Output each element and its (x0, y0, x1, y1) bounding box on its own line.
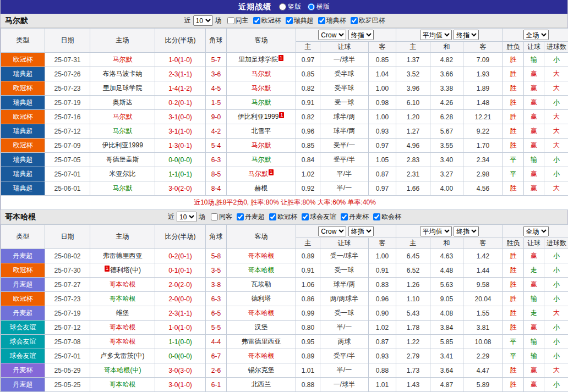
away-team-link[interactable]: 哥本哈根 (248, 252, 275, 260)
away-team-link[interactable]: 汉堡 (255, 323, 268, 331)
scope-select[interactable]: 全场 (523, 30, 549, 40)
euro-company-select[interactable]: 平均值 (420, 226, 452, 236)
home-team-link[interactable]: 卢多戈雷茨(中) (101, 352, 145, 360)
league-badge[interactable]: 欧冠杯 (1, 81, 45, 96)
away-team-link[interactable]: 北雪平 (252, 127, 271, 135)
home-team-link[interactable]: 伊比利亚1999 (102, 141, 143, 149)
home-team-link[interactable]: 奥斯达 (113, 98, 133, 106)
league-filter[interactable]: 瑞典杯 (315, 16, 346, 25)
league-badge[interactable]: 丹麦超 (1, 278, 45, 292)
horizontal-layout-radio[interactable] (308, 3, 315, 10)
league-badge[interactable]: 丹麦杯 (1, 363, 45, 378)
league-badge[interactable]: 丹麦超 (1, 306, 45, 321)
away-team-link[interactable]: 马尔默 (252, 141, 271, 149)
euro-time-select[interactable]: 终指 (454, 30, 479, 40)
away-team-link[interactable]: 里加足球学院 (238, 56, 278, 63)
away-team-link[interactable]: 哥本哈根 (248, 352, 275, 360)
same-venue-filter[interactable]: 同客 (207, 212, 232, 222)
asia-time-select[interactable]: 终指 (348, 30, 374, 40)
away-team-link[interactable]: 赫根 (255, 184, 268, 192)
league-badge[interactable]: 欧冠杯 (1, 263, 45, 278)
league-checkbox[interactable] (318, 17, 325, 24)
away-team-link[interactable]: 哥本哈根 (248, 266, 275, 274)
home-team-link[interactable]: 米亚尔比 (110, 170, 136, 178)
league-checkbox[interactable] (253, 17, 260, 24)
sub-euro-home: 主 (396, 42, 430, 53)
same-venue-checkbox[interactable] (227, 17, 234, 24)
vertical-layout-radio[interactable] (279, 3, 286, 10)
league-checkbox[interactable] (237, 213, 244, 220)
league-checkbox[interactable] (269, 213, 276, 220)
league-checkbox[interactable] (373, 213, 380, 220)
away-team-link[interactable]: 伊比利亚1999 (238, 113, 279, 120)
same-venue-checkbox[interactable] (211, 213, 218, 220)
away-team-link[interactable]: 锡尔克堡 (248, 366, 275, 374)
league-checkbox[interactable] (341, 213, 348, 220)
away-team-link[interactable]: 马尔默 (252, 84, 271, 92)
league-filter[interactable]: 丹麦超 (233, 212, 265, 222)
euro-time-select[interactable]: 终指 (454, 226, 479, 236)
home-team-link[interactable]: 哥德堡盖斯 (106, 156, 139, 163)
league-badge[interactable]: 瑞典超 (1, 67, 45, 81)
recent-count-select[interactable]: 10 (177, 212, 196, 222)
league-badge[interactable]: 球会友谊 (1, 349, 45, 363)
league-filter[interactable]: 欧罗巴杯 (347, 16, 385, 25)
league-badge[interactable]: 瑞典超 (1, 153, 45, 167)
league-badge[interactable]: 欧冠杯 (1, 292, 45, 306)
home-team-link[interactable]: 哥本哈根 (110, 323, 136, 331)
scope-select[interactable]: 全场 (523, 226, 549, 236)
league-filter[interactable]: 欧会杯 (370, 212, 401, 222)
home-team-link[interactable]: 里加足球学院 (103, 84, 143, 92)
league-badge[interactable]: 瑞典超 (1, 167, 45, 181)
league-badge[interactable]: 欧冠杯 (1, 53, 45, 67)
league-badge[interactable]: 瑞典超 (1, 181, 45, 196)
away-team-link[interactable]: 马尔默 (252, 156, 271, 163)
league-filter[interactable]: 球会友谊 (298, 212, 336, 222)
league-checkbox[interactable] (302, 213, 309, 220)
bookmaker-select[interactable]: Crow (318, 226, 346, 236)
league-badge[interactable]: 球会友谊 (1, 335, 45, 349)
home-team-link[interactable]: 弗雷德里西亚 (103, 252, 143, 260)
away-team-link[interactable]: 马尔默 (252, 98, 271, 106)
league-badge[interactable]: 球会友谊 (1, 321, 45, 335)
asia-time-select[interactable]: 终指 (348, 226, 374, 236)
layout-option-horizontal[interactable]: 横版 (308, 2, 330, 12)
league-badge[interactable]: 瑞典超 (1, 124, 45, 139)
league-badge[interactable]: 欧冠杯 (1, 110, 45, 124)
away-team-link[interactable]: 哥本哈根 (248, 309, 275, 317)
euro-company-select[interactable]: 平均值 (420, 30, 452, 40)
league-filter[interactable]: 丹麦杯 (337, 212, 369, 222)
away-team-link[interactable]: 德利塔 (252, 295, 271, 302)
home-team-link[interactable]: 马尔默 (113, 127, 133, 135)
home-team-link[interactable]: 哥本哈根 (110, 295, 136, 302)
away-team-link[interactable]: 马尔默 (248, 170, 268, 178)
league-filter[interactable]: 瑞典超 (282, 16, 314, 25)
recent-count-select[interactable]: 10 (193, 15, 213, 26)
home-team-link[interactable]: 维堡 (116, 309, 129, 317)
league-filter[interactable]: 欧冠杯 (250, 16, 281, 25)
home-team-link[interactable]: 马尔默 (113, 113, 133, 120)
home-team-link[interactable]: 德利塔(中) (110, 266, 141, 274)
league-badge[interactable]: 瑞典超 (1, 96, 45, 110)
league-badge[interactable]: 丹麦超 (1, 249, 45, 263)
home-team-link[interactable]: 哥本哈根(中) (104, 366, 141, 374)
home-team-link[interactable]: 哥本哈根 (110, 380, 136, 388)
home-team-link[interactable]: 马尔默 (113, 56, 133, 63)
bookmaker-select[interactable]: Crow (318, 30, 346, 40)
away-team-link[interactable]: 北西兰 (252, 380, 271, 388)
league-badge[interactable]: 欧冠杯 (1, 139, 45, 153)
home-team-link[interactable]: 哥本哈根 (110, 280, 136, 288)
same-venue-filter[interactable]: 同主 (224, 16, 249, 25)
away-team-link[interactable]: 马尔默 (252, 70, 271, 78)
home-team-link[interactable]: 哥本哈根 (110, 338, 136, 345)
league-badge[interactable]: 丹麦超 (1, 378, 45, 392)
team-section-malmo: 马尔默 近10场同主欧冠杯瑞典超瑞典杯欧罗巴杯 类型 日期 主场 比分(半场) … (1, 14, 567, 210)
league-filter[interactable]: 欧冠杯 (266, 212, 297, 222)
home-team-link[interactable]: 布洛马波卡纳 (103, 70, 143, 78)
home-team-link[interactable]: 马尔默 (113, 184, 133, 192)
away-team-link[interactable]: 瓦埃勒 (252, 280, 271, 288)
league-checkbox[interactable] (351, 17, 358, 24)
layout-option-vertical[interactable]: 竖版 (279, 2, 301, 12)
away-team-link[interactable]: 弗雷德里西亚 (242, 338, 281, 345)
league-checkbox[interactable] (286, 17, 293, 24)
